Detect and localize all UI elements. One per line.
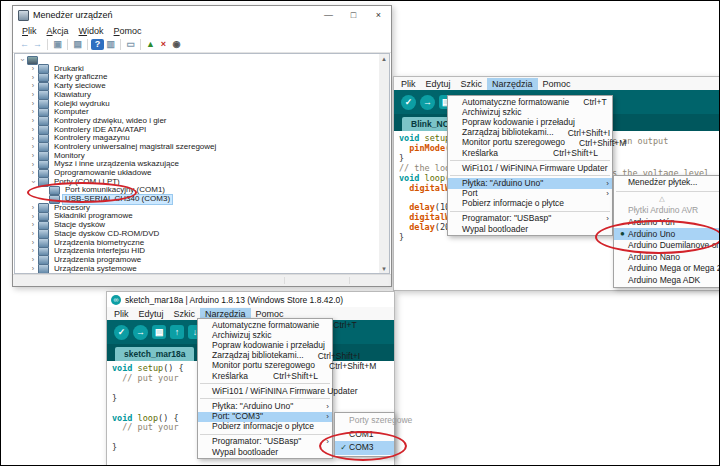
menu-item-p-ytka-arduino-uno[interactable]: Płytka: "Arduino Uno"› bbox=[448, 178, 612, 188]
scan-icon[interactable]: ◉ bbox=[170, 38, 183, 51]
chevron-right-icon[interactable]: › bbox=[29, 108, 37, 116]
monitor-icon[interactable]: ▭ bbox=[124, 38, 137, 51]
chevron-right-icon[interactable]: › bbox=[29, 161, 37, 169]
chevron-right-icon[interactable]: › bbox=[29, 221, 37, 229]
menu-item-zarz-dzaj-bibliotekami[interactable]: Zarządzaj bibliotekami...Ctrl+Shift+I bbox=[198, 351, 332, 361]
menu-item-programator-usbasp[interactable]: Programator: "USBasp"› bbox=[448, 214, 612, 224]
menu-item-wifi101-wifinina-firmware-updater[interactable]: WiFi101 / WiFiNINA Firmware Updater bbox=[198, 386, 332, 396]
close-button[interactable]: × bbox=[366, 6, 391, 24]
menu-shortcut: Ctrl+Shift+L bbox=[539, 148, 598, 158]
chevron-right-icon[interactable]: › bbox=[29, 152, 37, 160]
chevron-right-icon[interactable]: › bbox=[29, 91, 37, 99]
forward-icon[interactable]: → bbox=[31, 38, 44, 51]
menu-item-arduino-nano[interactable]: Arduino Nano bbox=[614, 252, 720, 264]
menu-akcja[interactable]: Akcja bbox=[42, 26, 74, 36]
chevron-right-icon[interactable]: › bbox=[29, 82, 37, 90]
chevron-right-icon[interactable]: › bbox=[29, 265, 37, 273]
tree-scrollbar[interactable]: ▴ ▾ bbox=[379, 54, 389, 273]
maximize-button[interactable]: □ bbox=[341, 6, 366, 24]
menu-item-popraw-kodowanie-i-prze-aduj[interactable]: Popraw kodowanie i przeładuj bbox=[198, 340, 332, 350]
menu-narz-dzia[interactable]: Narzędzia bbox=[487, 78, 538, 90]
menu-item-kre-larka[interactable]: KreślarkaCtrl+Shift+L bbox=[448, 148, 612, 158]
menu-szkic[interactable]: Szkic bbox=[456, 78, 488, 90]
menu-pomoc[interactable]: Pomoc bbox=[538, 78, 576, 90]
menu-item-mened-er-p-ytek[interactable]: Menedżer płytek... bbox=[614, 177, 720, 189]
chevron-right-icon[interactable]: › bbox=[29, 100, 37, 108]
device-icon bbox=[38, 177, 49, 187]
menu-edytuj[interactable]: Edytuj bbox=[421, 78, 456, 90]
menu-item-monitor-portu-szeregowego[interactable]: Monitor portu szeregowegoCtrl+Shift+M bbox=[448, 138, 612, 148]
chevron-right-icon[interactable]: › bbox=[29, 65, 37, 73]
chevron-down-icon[interactable]: › bbox=[18, 56, 26, 64]
scroll-down-icon[interactable]: ▾ bbox=[382, 264, 386, 273]
chevron-right-icon[interactable]: › bbox=[29, 256, 37, 264]
chevron-right-icon[interactable]: › bbox=[29, 126, 37, 134]
menu-item-p-ytka-arduino-uno[interactable]: Płytka: "Arduino Uno"› bbox=[198, 401, 332, 411]
menu-item-com3[interactable]: ✓COM3 bbox=[335, 441, 394, 455]
menu-item-zarz-dzaj-bibliotekami[interactable]: Zarządzaj bibliotekami...Ctrl+Shift+I bbox=[448, 128, 612, 138]
chevron-right-icon[interactable]: › bbox=[29, 135, 37, 143]
menu-item-programator-usbasp[interactable]: Programator: "USBasp"› bbox=[198, 437, 332, 447]
menu-item-arduino-y-n[interactable]: Arduino Yún bbox=[614, 217, 720, 229]
update-driver-icon[interactable]: ▲ bbox=[144, 38, 157, 51]
chevron-right-icon[interactable]: › bbox=[29, 143, 37, 151]
properties-icon[interactable]: ▤ bbox=[71, 38, 84, 51]
menu-item-com1[interactable]: COM1 bbox=[335, 428, 394, 442]
verify-button[interactable]: ✓ bbox=[114, 325, 129, 340]
menu-item-port[interactable]: Port› bbox=[448, 189, 612, 199]
menu-shortcut: Ctrl+Shift+M bbox=[565, 138, 626, 148]
back-icon[interactable]: ← bbox=[18, 38, 31, 51]
menu-item-popraw-kodowanie-i-prze-aduj[interactable]: Popraw kodowanie i przeładuj bbox=[448, 117, 612, 127]
upload-button[interactable]: → bbox=[133, 325, 148, 340]
menu-item-archiwizuj-szkic[interactable]: Archiwizuj szkic bbox=[198, 330, 332, 340]
scroll-up-icon[interactable]: ▴ bbox=[382, 54, 386, 63]
menu-item-label: COM1 bbox=[349, 430, 374, 439]
upload-button[interactable]: → bbox=[420, 95, 435, 110]
menu-item-archiwizuj-szkic[interactable]: Archiwizuj szkic bbox=[448, 107, 612, 117]
chevron-right-icon[interactable]: › bbox=[29, 204, 37, 212]
menu-item-wypal-bootloader[interactable]: Wypal bootloader bbox=[198, 447, 332, 457]
verify-button[interactable]: ✓ bbox=[401, 95, 416, 110]
menu-item-label: Automatyczne formatowanie bbox=[462, 98, 569, 107]
menu-item-wifi101-wifinina-firmware-updater[interactable]: WiFi101 / WiFiNINA Firmware Updater bbox=[448, 163, 612, 173]
menu-szkic[interactable]: Szkic bbox=[169, 308, 201, 320]
menu-item-automatyczne-formatowanie[interactable]: Automatyczne formatowanieCtrl+T bbox=[448, 97, 612, 107]
chevron-right-icon[interactable]: › bbox=[29, 74, 37, 82]
menu-plik[interactable]: Plik bbox=[109, 308, 134, 320]
menu-item-arduino-duemilanove-or-diecimila[interactable]: Arduino Duemilanove or Diecimila bbox=[614, 240, 720, 252]
menu-item-automatyczne-formatowanie[interactable]: Automatyczne formatowanieCtrl+T bbox=[198, 320, 332, 330]
arduino-menubar: PlikEdytujSzkicNarzędziaPomoc bbox=[394, 77, 720, 90]
uninstall-icon[interactable]: × bbox=[157, 38, 170, 51]
chevron-right-icon[interactable]: › bbox=[29, 230, 37, 238]
chevron-right-icon[interactable]: › bbox=[29, 239, 37, 247]
computer-icon[interactable]: ▣ bbox=[51, 38, 64, 51]
chevron-right-icon[interactable]: › bbox=[29, 247, 37, 255]
menu-edytuj[interactable]: Edytuj bbox=[134, 308, 169, 320]
menu-plik[interactable]: Plik bbox=[396, 78, 421, 90]
tab-sketch-mar18a[interactable]: sketch_mar18a bbox=[115, 347, 194, 361]
open-button[interactable]: ↑ bbox=[170, 325, 184, 339]
menu-widok[interactable]: Widok bbox=[74, 26, 109, 36]
menu-item-arduino-mega-adk[interactable]: Arduino Mega ADK bbox=[614, 275, 720, 287]
menu-header-p-ytki-arduino-avr: Płytki Arduino AVR bbox=[614, 205, 720, 217]
menu-item-wypal-bootloader[interactable]: Wypal bootloader bbox=[448, 224, 612, 234]
chevron-right-icon[interactable]: › bbox=[29, 169, 37, 177]
menu-item-pobierz-informacje-o-p-ytce[interactable]: Pobierz informacje o płytce bbox=[448, 199, 612, 209]
menu-item-arduino-mega-or-mega-2560[interactable]: Arduino Mega or Mega 2560 bbox=[614, 263, 720, 275]
menu-item-monitor-portu-szeregowego[interactable]: Monitor portu szeregowegoCtrl+Shift+M bbox=[198, 361, 332, 371]
minimize-button[interactable]: — bbox=[316, 6, 341, 24]
menu-item-label: Zarządzaj bibliotekami... bbox=[462, 128, 554, 137]
menu-item-kre-larka[interactable]: KreślarkaCtrl+Shift+L bbox=[198, 371, 332, 381]
menu-pomoc[interactable]: Pomoc bbox=[109, 26, 147, 36]
chevron-down-icon[interactable]: › bbox=[29, 178, 37, 186]
new-sketch-button[interactable]: ▤ bbox=[152, 325, 166, 339]
menu-item-pobierz-informacje-o-p-ytce[interactable]: Pobierz informacje o płytce bbox=[198, 422, 332, 432]
menu-item-port-com3[interactable]: Port: "COM3"› bbox=[198, 412, 332, 422]
devices-icon[interactable]: ▥ bbox=[104, 38, 117, 51]
menu-plik[interactable]: Plik bbox=[17, 26, 42, 36]
menu-item-arduino-uno[interactable]: ●Arduino Uno bbox=[614, 228, 720, 240]
device-tree: ››Drukarki›Karty graficzne›Karty sieciow… bbox=[15, 56, 379, 274]
help-icon[interactable]: ? bbox=[91, 39, 104, 50]
chevron-right-icon[interactable]: › bbox=[29, 117, 37, 125]
chevron-right-icon[interactable]: › bbox=[29, 213, 37, 221]
